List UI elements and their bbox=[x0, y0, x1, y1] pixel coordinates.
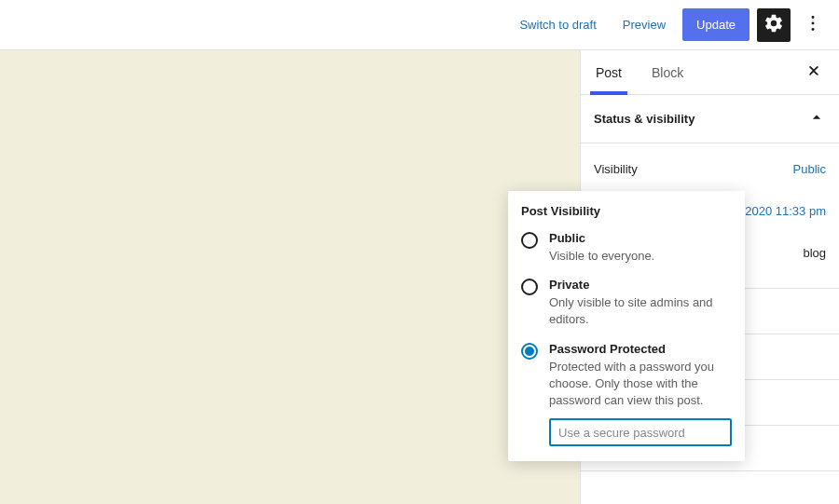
svg-point-1 bbox=[812, 22, 815, 25]
format-value: blog bbox=[803, 246, 826, 260]
close-sidebar-button[interactable] bbox=[800, 57, 828, 88]
settings-button[interactable] bbox=[757, 8, 791, 42]
svg-point-2 bbox=[812, 28, 815, 31]
panel-status-visibility-header[interactable]: Status & visibility bbox=[581, 95, 839, 143]
visibility-label: Visibility bbox=[594, 162, 638, 176]
update-button[interactable]: Update bbox=[682, 8, 750, 41]
option-description: Visible to everyone. bbox=[549, 248, 654, 265]
option-label: Private bbox=[549, 278, 732, 292]
post-visibility-popover: Post Visibility Public Visible to everyo… bbox=[508, 191, 745, 461]
option-description: Protected with a password you choose. On… bbox=[549, 359, 732, 410]
visibility-value[interactable]: Public bbox=[793, 162, 826, 176]
more-options-button[interactable] bbox=[798, 8, 828, 42]
visibility-option-password[interactable]: Password Protected Protected with a pass… bbox=[521, 342, 732, 410]
top-toolbar: Switch to draft Preview Update bbox=[0, 0, 839, 50]
radio-icon bbox=[521, 343, 538, 360]
gear-icon bbox=[763, 13, 784, 36]
option-description: Only visible to site admins and editors. bbox=[549, 294, 732, 328]
visibility-option-public[interactable]: Public Visible to everyone. bbox=[521, 231, 732, 265]
preview-button[interactable]: Preview bbox=[613, 10, 675, 39]
sidebar-tabs: Post Block bbox=[581, 50, 839, 95]
password-input[interactable] bbox=[549, 418, 732, 446]
svg-point-0 bbox=[812, 16, 815, 19]
tab-block[interactable]: Block bbox=[648, 50, 687, 94]
radio-icon bbox=[521, 279, 538, 295]
close-icon bbox=[805, 62, 822, 82]
visibility-option-private[interactable]: Private Only visible to site admins and … bbox=[521, 278, 732, 328]
panel-title: Status & visibility bbox=[594, 112, 695, 126]
editor-canvas[interactable] bbox=[0, 50, 580, 504]
radio-icon bbox=[521, 232, 538, 249]
option-label: Password Protected bbox=[549, 342, 732, 356]
popover-title: Post Visibility bbox=[521, 204, 732, 218]
tab-post[interactable]: Post bbox=[592, 50, 626, 94]
switch-to-draft-button[interactable]: Switch to draft bbox=[510, 10, 605, 39]
option-label: Public bbox=[549, 231, 654, 245]
publish-value[interactable]: 2020 11:33 pm bbox=[745, 204, 826, 218]
kebab-icon bbox=[803, 13, 823, 36]
chevron-up-icon bbox=[807, 108, 826, 129]
